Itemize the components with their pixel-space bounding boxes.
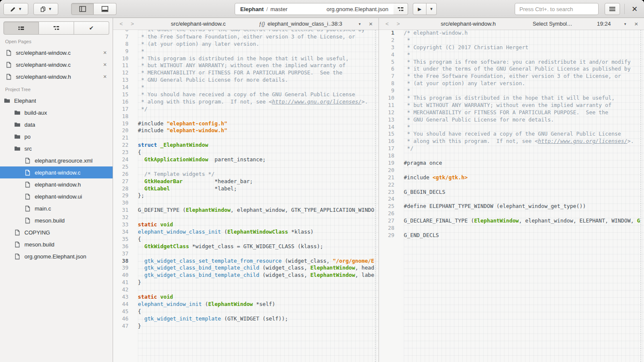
toggle-left-panel-button[interactable]: [71, 3, 94, 15]
code-line[interactable]: 21: [113, 134, 379, 142]
tree-item[interactable]: main.c: [0, 202, 113, 214]
code-line[interactable]: 21#include <gtk/gtk.h>: [379, 174, 644, 181]
tree-item[interactable]: elephant-window.h: [0, 178, 113, 190]
code-line[interactable]: 7 * the Free Software Foundation, either…: [113, 33, 379, 41]
nav-forward-button[interactable]: >: [393, 21, 404, 27]
code-line[interactable]: 14 *: [379, 124, 644, 131]
code-line[interactable]: 7 * the Free Software Foundation, either…: [379, 73, 644, 80]
code-line[interactable]: 17 */: [379, 145, 644, 152]
run-button[interactable]: ▶: [413, 3, 426, 15]
tree-item[interactable]: elephant-window.ui: [0, 190, 113, 202]
code-line[interactable]: 19#pragma once: [379, 160, 644, 167]
perspective-button[interactable]: ▼: [3, 3, 28, 15]
pane-options-button[interactable]: ▾: [354, 22, 366, 26]
symbol-selector-button[interactable]: Select Symbol…: [533, 21, 597, 27]
code-line[interactable]: 2 *: [379, 37, 644, 44]
close-page-button[interactable]: ×: [101, 49, 109, 56]
code-line[interactable]: 8 * (at your option) any later version.: [379, 80, 644, 87]
code-line[interactable]: 23G_BEGIN_DECLS: [379, 189, 644, 196]
code-line[interactable]: 12 * MERCHANTABILITY or FITNESS FOR A PA…: [379, 109, 644, 116]
code-line[interactable]: 20#include "elephant-window.h": [113, 127, 379, 134]
code-line[interactable]: 29G_END_DECLS: [379, 232, 644, 239]
code-line[interactable]: 25#define ELEPHANT_TYPE_WINDOW (elephant…: [379, 203, 644, 210]
tree-item[interactable]: meson.build: [0, 214, 113, 226]
code-line[interactable]: 10 * This program is distributed in the …: [113, 55, 379, 62]
code-line[interactable]: 18: [379, 152, 644, 160]
code-line[interactable]: 47}: [113, 323, 379, 330]
pane-close-button[interactable]: ×: [366, 20, 376, 27]
open-page-item[interactable]: src/elephant-window.h×: [0, 71, 113, 83]
code-line[interactable]: 40 gtk_widget_class_bind_template_child …: [113, 272, 379, 279]
code-line[interactable]: 31G_DEFINE_TYPE (ElephantWindow, elephan…: [113, 207, 379, 214]
menu-button[interactable]: [605, 3, 620, 15]
code-line[interactable]: 9 *: [113, 48, 379, 55]
code-line[interactable]: 33static void: [113, 221, 379, 228]
code-line[interactable]: 12 * MERCHANTABILITY or FITNESS FOR A PA…: [113, 69, 379, 77]
code-line[interactable]: 11 * but WITHOUT ANY WARRANTY; without e…: [379, 102, 644, 109]
sidebar-tab-build[interactable]: [39, 21, 74, 35]
sidebar-tab-pages[interactable]: [3, 21, 39, 35]
open-page-item[interactable]: src/elephant-window.c×: [0, 47, 113, 59]
code-line[interactable]: 23{: [113, 149, 379, 156]
code-line[interactable]: 28 GtkLabel *label;: [113, 185, 379, 193]
code-line[interactable]: 3 * Copyright (C) 2017 Christian Hergert: [379, 44, 644, 51]
code-line[interactable]: 1/* elephant-window.h: [379, 30, 644, 37]
code-line[interactable]: 29};: [113, 192, 379, 199]
code-line[interactable]: 34elephant_window_class_init (ElephantWi…: [113, 228, 379, 236]
tree-item[interactable]: src: [0, 142, 113, 154]
code-line[interactable]: 24 GtkApplicationWindow parent_instance;: [113, 156, 379, 163]
tree-item[interactable]: build-aux: [0, 107, 113, 119]
code-line[interactable]: 22: [379, 181, 644, 189]
code-line[interactable]: 35{: [113, 236, 379, 243]
open-document-button[interactable]: ▼: [33, 3, 58, 15]
pane-options-button[interactable]: ▾: [619, 22, 631, 26]
code-line[interactable]: 38 gtk_widget_class_set_template_from_re…: [113, 258, 379, 265]
code-line[interactable]: 41}: [113, 279, 379, 286]
pane-close-button[interactable]: ×: [631, 20, 641, 27]
code-line[interactable]: 42: [113, 286, 379, 294]
code-line[interactable]: 30: [113, 199, 379, 207]
code-line[interactable]: 44elephant_window_init (ElephantWindow *…: [113, 301, 379, 308]
code-line[interactable]: 28: [379, 225, 644, 232]
code-line[interactable]: 8 * (at your option) any later version.: [113, 41, 379, 48]
code-line[interactable]: 36 GtkWidgetClass *widget_class = GTK_WI…: [113, 243, 379, 250]
symbol-selector-button[interactable]: ƒ{} elephant_window_class_i…: [259, 21, 331, 27]
omnibar[interactable]: Elephant / master org.gnome.Elephant.jso…: [235, 3, 394, 15]
code-line[interactable]: 15 * You should have received a copy of …: [113, 91, 379, 98]
code-line[interactable]: 19#include "elephant-config.h": [113, 120, 379, 128]
sidebar-tab-tasks[interactable]: ✔: [74, 21, 109, 35]
code-line[interactable]: 6 * it under the terms of the GNU Genera…: [379, 65, 644, 73]
code-line[interactable]: 6 * it under the terms of the GNU Genera…: [113, 30, 379, 33]
code-line[interactable]: 16 * along with this program. If not, se…: [113, 98, 379, 106]
tree-item[interactable]: elephant.gresource.xml: [0, 154, 113, 166]
code-line[interactable]: 13 * GNU General Public License for more…: [113, 77, 379, 84]
tree-item[interactable]: meson.build: [0, 238, 113, 250]
nav-forward-button[interactable]: >: [127, 21, 138, 27]
tree-item[interactable]: elephant-window.c: [0, 166, 113, 178]
code-line[interactable]: 24: [379, 196, 644, 203]
nav-back-button[interactable]: <: [382, 21, 393, 27]
code-line[interactable]: 43static void: [113, 294, 379, 301]
tree-item[interactable]: data: [0, 119, 113, 131]
code-line[interactable]: 10 * This program is distributed in the …: [379, 95, 644, 102]
code-line[interactable]: 9 *: [379, 87, 644, 95]
code-line[interactable]: 26 /* Template widgets */: [113, 171, 379, 178]
open-page-item[interactable]: src/elephant-window.c×: [0, 59, 113, 71]
window-close-button[interactable]: ✕: [629, 3, 641, 15]
tree-item[interactable]: COPYING: [0, 226, 113, 238]
code-line[interactable]: 37: [113, 250, 379, 258]
code-line[interactable]: 32: [113, 214, 379, 221]
nav-back-button[interactable]: <: [116, 21, 127, 27]
code-line[interactable]: 39 gtk_widget_class_bind_template_child …: [113, 264, 379, 272]
close-page-button[interactable]: ×: [101, 73, 109, 80]
code-line[interactable]: 16 * along with this program. If not, se…: [379, 138, 644, 145]
code-line[interactable]: 15 * You should have received a copy of …: [379, 131, 644, 138]
tree-item[interactable]: org.gnome.Elephant.json: [0, 250, 113, 262]
code-line[interactable]: 18: [113, 113, 379, 120]
code-line[interactable]: 45{: [113, 308, 379, 315]
toggle-bottom-panel-button[interactable]: [94, 3, 116, 15]
source-editor[interactable]: 1/* elephant-window.h2 *3 * Copyright (C…: [379, 30, 644, 362]
source-editor[interactable]: 6 * it under the terms of the GNU Genera…: [113, 30, 379, 362]
run-options-button[interactable]: ▼: [426, 3, 437, 15]
code-line[interactable]: 27G_DECLARE_FINAL_TYPE (ElephantWindow, …: [379, 217, 644, 225]
